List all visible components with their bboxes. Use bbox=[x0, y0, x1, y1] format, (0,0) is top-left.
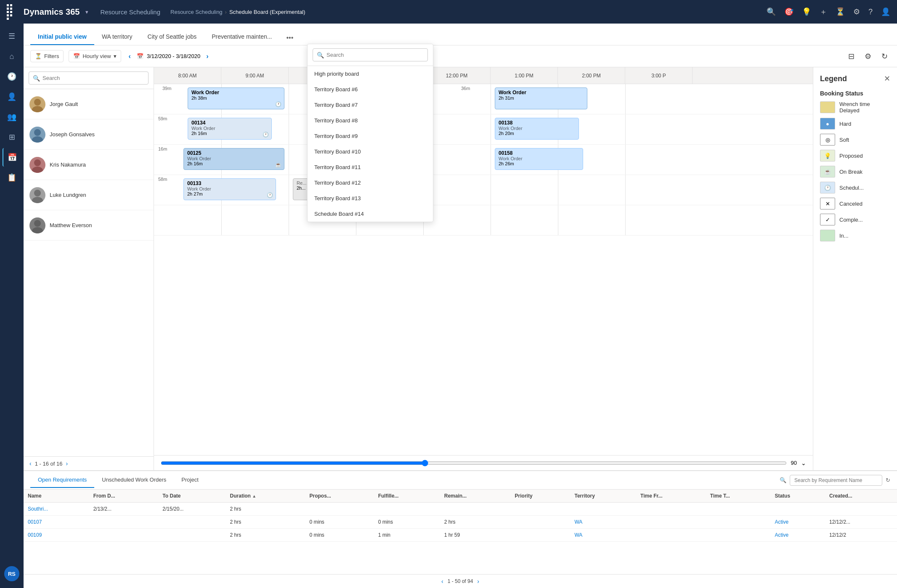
time-slot-12pm: 12:00 PM bbox=[423, 67, 491, 84]
filters-button[interactable]: ⏳ Filters bbox=[30, 50, 64, 62]
cell-name[interactable]: 00107 bbox=[24, 516, 89, 529]
sidebar-groups-icon[interactable]: ⊞ bbox=[3, 128, 21, 146]
resource-row[interactable]: Kris Nakamura bbox=[24, 150, 154, 180]
cell-territory[interactable]: WA bbox=[570, 529, 636, 542]
settings-icon[interactable]: ⚙ bbox=[853, 7, 860, 16]
requirement-search-input[interactable] bbox=[790, 475, 882, 486]
booking-chip[interactable]: 00134 Work Order 2h 16m 🕐 bbox=[188, 118, 272, 140]
col-from-date[interactable]: From D... bbox=[89, 490, 159, 503]
sidebar-home-icon[interactable]: ⌂ bbox=[3, 47, 21, 66]
chip-break-icon: ☕ bbox=[275, 162, 281, 168]
svg-point-0 bbox=[34, 99, 41, 106]
dropdown-item[interactable]: Territory Board #12 bbox=[308, 175, 433, 191]
sidebar-people-icon[interactable]: 👤 bbox=[3, 87, 21, 106]
next-page-button[interactable]: › bbox=[66, 460, 68, 467]
booking-chip[interactable]: 00133 Work Order 2h 27m 🕐 bbox=[183, 178, 276, 200]
tab-initial-public-view[interactable]: Initial public view bbox=[30, 29, 94, 45]
chip-type: Work Order bbox=[499, 90, 584, 95]
resource-row[interactable]: Joseph Gonsalves bbox=[24, 119, 154, 150]
booking-chip[interactable]: 00125 Work Order 2h 16m ☕ bbox=[183, 148, 284, 170]
col-proposed[interactable]: Propos... bbox=[305, 490, 374, 503]
booking-chip[interactable]: 00158 Work Order 2h 26m bbox=[495, 148, 583, 170]
cell-created: 12/12/2 bbox=[825, 529, 897, 542]
dropdown-item[interactable]: Territory Board #13 bbox=[308, 191, 433, 206]
app-launcher-icon[interactable] bbox=[7, 4, 15, 20]
view-selector-button[interactable]: 📅 Hourly view ▾ bbox=[69, 50, 121, 62]
search-icon[interactable]: 🔍 bbox=[767, 7, 776, 16]
prev-page-button[interactable]: ‹ bbox=[441, 578, 443, 585]
view-list-icon[interactable]: ⊟ bbox=[846, 50, 857, 63]
cell-name[interactable]: 00109 bbox=[24, 529, 89, 542]
tab-project[interactable]: Project bbox=[174, 472, 206, 488]
tab-wa-territory[interactable]: WA territory bbox=[94, 29, 140, 45]
dropdown-item[interactable]: High priority board bbox=[308, 66, 433, 82]
col-territory[interactable]: Territory bbox=[570, 490, 636, 503]
resource-row[interactable]: Luke Lundgren bbox=[24, 180, 154, 210]
cell-status[interactable]: Active bbox=[770, 529, 825, 542]
col-fulfilled[interactable]: Fulfille... bbox=[374, 490, 440, 503]
tab-open-requirements[interactable]: Open Requirements bbox=[30, 472, 94, 488]
col-created[interactable]: Created... bbox=[825, 490, 897, 503]
col-duration[interactable]: Duration ▲ bbox=[226, 490, 305, 503]
booking-chip[interactable]: Work Order 2h 38m 🕐 bbox=[188, 87, 284, 109]
tab-preventative[interactable]: Preventative mainten... bbox=[204, 29, 279, 45]
col-time-from[interactable]: Time Fr... bbox=[636, 490, 706, 503]
dropdown-item[interactable]: Territory Board #10 bbox=[308, 144, 433, 159]
cell-time-from bbox=[636, 529, 706, 542]
chip-duration: 2h 16m bbox=[187, 161, 281, 166]
dropdown-item[interactable]: Territory Board #11 bbox=[308, 159, 433, 175]
cell-name[interactable]: Southri... bbox=[24, 503, 89, 516]
tab-more-button[interactable]: ••• bbox=[281, 31, 298, 45]
user-avatar[interactable]: RS bbox=[4, 566, 19, 581]
booking-chip[interactable]: Work Order 2h 31m bbox=[495, 87, 587, 109]
zoom-slider[interactable] bbox=[161, 460, 787, 466]
date-next-button[interactable]: › bbox=[204, 51, 211, 62]
dropdown-item[interactable]: Territory Board #7 bbox=[308, 97, 433, 113]
next-page-button[interactable]: › bbox=[477, 578, 479, 585]
resource-search-input[interactable] bbox=[29, 72, 149, 85]
legend-item-in: In... bbox=[820, 230, 890, 241]
col-to-date[interactable]: To Date bbox=[158, 490, 226, 503]
cell-status[interactable]: Active bbox=[770, 516, 825, 529]
col-remaining[interactable]: Remain... bbox=[440, 490, 511, 503]
cell-territory[interactable]: WA bbox=[570, 516, 636, 529]
resource-row[interactable]: Jorge Gault bbox=[24, 89, 154, 119]
col-time-to[interactable]: Time T... bbox=[706, 490, 771, 503]
sidebar-calendar-icon[interactable]: 📅 bbox=[3, 148, 21, 167]
lightbulb-icon[interactable]: 💡 bbox=[802, 7, 811, 16]
booking-chip[interactable]: 00138 Work Order 2h 20m bbox=[495, 118, 579, 140]
expand-icon[interactable]: ⌄ bbox=[801, 460, 806, 466]
refresh-icon[interactable]: ↻ bbox=[886, 477, 890, 483]
tab-seattle-jobs[interactable]: City of Seattle jobs bbox=[140, 29, 204, 45]
help-icon[interactable]: ? bbox=[868, 8, 873, 16]
col-priority[interactable]: Priority bbox=[511, 490, 571, 503]
timeline-row-joseph: 59m 00134 Work Order 2h 16m 🕐 52m 00138 … bbox=[154, 114, 813, 145]
brand-dropdown-icon[interactable]: ▾ bbox=[85, 9, 88, 15]
date-prev-button[interactable]: ‹ bbox=[126, 51, 133, 62]
sidebar-schedule-icon[interactable]: 📋 bbox=[3, 168, 21, 187]
tab-unscheduled-work-orders[interactable]: Unscheduled Work Orders bbox=[94, 472, 174, 488]
sidebar-recent-icon[interactable]: 🕐 bbox=[3, 67, 21, 86]
duration-label: 59m bbox=[158, 116, 167, 121]
add-icon[interactable]: ＋ bbox=[820, 7, 827, 17]
user-icon[interactable]: 👤 bbox=[881, 7, 890, 16]
dropdown-item[interactable]: Territory Board #6 bbox=[308, 82, 433, 97]
goal-icon[interactable]: 🎯 bbox=[784, 7, 794, 16]
col-name[interactable]: Name bbox=[24, 490, 89, 503]
refresh-icon[interactable]: ↻ bbox=[879, 50, 890, 63]
sidebar-menu-icon[interactable]: ☰ bbox=[3, 27, 21, 45]
dropdown-search-input[interactable] bbox=[313, 48, 428, 61]
breadcrumb-item-1[interactable]: Resource Scheduling bbox=[170, 9, 223, 15]
prev-page-button[interactable]: ‹ bbox=[29, 460, 32, 467]
filter-icon[interactable]: ⏳ bbox=[836, 7, 845, 16]
dropdown-item[interactable]: Territory Board #9 bbox=[308, 128, 433, 144]
legend-close-button[interactable]: ✕ bbox=[884, 74, 890, 83]
dropdown-item[interactable]: Schedule Board #14 bbox=[308, 206, 433, 222]
board-settings-icon[interactable]: ⚙ bbox=[862, 50, 874, 63]
col-status[interactable]: Status bbox=[770, 490, 825, 503]
sidebar-team-icon[interactable]: 👥 bbox=[3, 108, 21, 126]
chip-code: 00138 bbox=[499, 120, 575, 126]
resource-row[interactable]: Matthew Everson bbox=[24, 210, 154, 241]
dropdown-item[interactable]: Territory Board #8 bbox=[308, 113, 433, 128]
timeline-row-matthew bbox=[154, 205, 813, 236]
